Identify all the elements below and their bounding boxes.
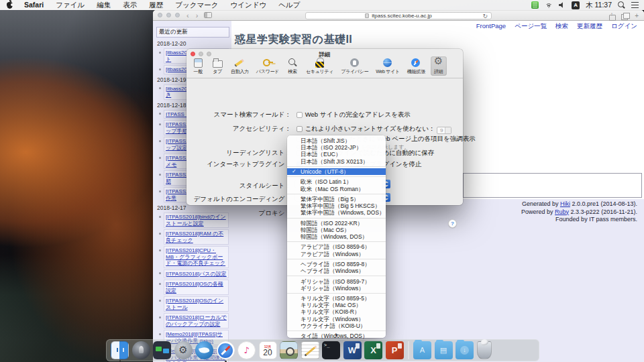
prefs-tab-autofill[interactable]: 自動入力 — [229, 56, 251, 76]
volume-icon[interactable] — [559, 2, 566, 9]
dock-folder-applications[interactable]: A — [413, 341, 431, 359]
enc-separator[interactable] — [287, 218, 386, 219]
enc-separator[interactable] — [287, 176, 386, 177]
sidebar-entry[interactable]: [ITPASS2018]CPU・MB・グラフィックボード・電源の不良チェック — [164, 246, 229, 268]
apple-menu-icon[interactable] — [7, 2, 13, 9]
enc-option[interactable]: 日本語（EUC） — [287, 151, 386, 158]
enc-option[interactable]: アラビア語（ISO 8859-6） — [287, 243, 386, 250]
enc-option[interactable]: 韓国語（Mac OS） — [287, 227, 386, 233]
wifi-icon[interactable] — [545, 2, 553, 8]
prefs-tab-privacy[interactable]: プライバシー — [339, 56, 370, 76]
nav-frontpage[interactable]: FrontPage — [476, 22, 506, 31]
enc-separator[interactable] — [287, 276, 386, 276]
enc-option[interactable]: 繁体字中国語（Big 5） — [287, 196, 386, 202]
dock-trash[interactable] — [477, 341, 492, 359]
dock-separator[interactable] — [408, 341, 409, 359]
enc-option[interactable]: キリル文字（Mac OS） — [287, 302, 386, 308]
sidebar-entry[interactable]: [ITPASS2018]バスの設定 — [164, 269, 229, 279]
enc-option[interactable]: ウクライナ語（KOI8-U） — [287, 322, 386, 329]
menu-view[interactable]: 表示 — [117, 1, 143, 9]
dock-folder-downloads[interactable]: ↓ — [455, 341, 474, 359]
dock-calendar[interactable]: 12月 20 — [259, 341, 277, 359]
prefs-tab-tabs[interactable]: タブ — [209, 56, 225, 76]
enc-option[interactable]: アラビア語（Windows） — [287, 251, 386, 257]
sidebar-entry[interactable]: [ITPASS2018]OSのインストール — [164, 296, 229, 312]
enc-separator[interactable] — [287, 194, 386, 194]
input-source-icon[interactable]: A — [572, 1, 580, 9]
enc-option[interactable]: キリル文字（Windows） — [287, 316, 386, 322]
sidebar-toggle-icon[interactable] — [204, 12, 212, 18]
prefs-tab-extensions[interactable]: 機能拡張 — [405, 56, 427, 76]
enc-option[interactable]: 韓国語（ISO 2022-KR） — [287, 220, 386, 227]
enc-option[interactable]: 欧米（ISO Latin 1） — [287, 178, 386, 185]
prefs-tab-general[interactable]: 一般 — [190, 56, 206, 76]
prefs-tab-websites[interactable]: Web サイト — [374, 56, 402, 76]
notification-center-icon[interactable] — [631, 2, 639, 8]
ruby-link[interactable]: Ruby — [555, 208, 569, 215]
minimize-button[interactable] — [166, 13, 171, 17]
enc-separator[interactable] — [287, 166, 386, 167]
enc-option[interactable]: ギリシャ語（Windows） — [287, 285, 386, 292]
tab-overview-icon[interactable] — [621, 13, 629, 19]
spotlight-icon[interactable] — [618, 1, 625, 9]
dock-thunderbird[interactable] — [195, 341, 213, 359]
dock-itunes[interactable]: ♪ — [237, 341, 256, 359]
enc-option[interactable]: 繁体字中国語（Windows, DOS） — [287, 209, 386, 216]
enc-separator[interactable] — [287, 259, 386, 259]
forward-button[interactable]: › — [196, 12, 199, 19]
menu-file[interactable]: ファイル — [50, 1, 91, 9]
menu-help[interactable]: ヘルプ — [272, 1, 306, 9]
menu-safari[interactable]: Safari — [18, 1, 50, 9]
menu-window[interactable]: ウインドウ — [224, 1, 272, 9]
prefs-tab-search[interactable]: 検索 — [284, 56, 301, 76]
menu-history[interactable]: 履歴 — [143, 1, 169, 9]
help-button[interactable]: ? — [448, 219, 457, 228]
menu-edit[interactable]: 編集 — [91, 1, 117, 9]
enc-option[interactable]: ヘブライ語（ISO 8859-8） — [287, 261, 386, 267]
close-button[interactable] — [158, 13, 162, 17]
dock-mission-control[interactable] — [153, 341, 171, 359]
enc-option[interactable]: 韓国語（Windows, DOS） — [287, 233, 386, 240]
app-status-icon[interactable] — [531, 1, 539, 9]
enc-option[interactable]: ヘブライ語（Windows） — [287, 267, 386, 274]
nav-login[interactable]: ログイン — [611, 22, 637, 31]
enc-option[interactable]: 欧米（Mac OS Roman） — [287, 186, 386, 192]
nav-pagelist[interactable]: ページ一覧 — [515, 22, 547, 31]
zoom-button[interactable] — [175, 13, 180, 17]
scroll-down-arrow-icon[interactable]: ▼ — [287, 333, 386, 337]
show-full-address-checkbox[interactable] — [297, 112, 303, 118]
dock-textedit[interactable] — [301, 341, 319, 359]
url-field[interactable]: itpass.scitec.kobe-u.ac.jp ↻ — [305, 12, 492, 19]
menu-bookmarks[interactable]: ブックマーク — [169, 1, 224, 9]
reload-icon[interactable]: ↻ — [482, 13, 488, 19]
enc-option[interactable]: 日本語（Shift JIS X0213） — [287, 158, 386, 165]
new-tab-button[interactable]: + — [635, 12, 639, 19]
min-font-size-checkbox[interactable] — [297, 126, 303, 132]
sidebar-entry[interactable]: 2018-12-18 — [157, 102, 186, 109]
enc-separator[interactable] — [287, 241, 386, 242]
sidebar-entry[interactable]: 2018-12-17 — [157, 204, 186, 211]
sidebar-entry[interactable]: 2018-12-20 — [157, 40, 186, 47]
sidebar-entry[interactable]: [ITPASS2018]ローカルでのバックアップの設定 — [164, 313, 229, 328]
enc-option[interactable]: キリル文字（ISO 8859-5） — [287, 295, 386, 302]
enc-separator[interactable] — [287, 330, 386, 331]
enc-option[interactable]: 日本語（ISO 2022-JP） — [287, 144, 386, 151]
dock-finder[interactable] — [111, 341, 129, 359]
prefs-tab-advanced[interactable]: 詳細 — [431, 56, 447, 76]
dock-powerpoint[interactable]: P — [386, 341, 404, 359]
font-size-select[interactable]: 9 — [437, 127, 451, 134]
hiki-link[interactable]: Hiki — [560, 200, 570, 207]
dock-word[interactable]: W — [343, 341, 362, 359]
enc-option[interactable]: キリル文字（KOI8-R） — [287, 308, 386, 315]
dock-terminal[interactable]: >_ — [322, 341, 340, 359]
sidebar-entry[interactable]: [ITPASS2018]OSの各種設定 — [164, 280, 229, 295]
sidebar-entry[interactable]: [ITPASS2018]RAM の不良チェック — [164, 229, 229, 245]
dock-safari[interactable] — [217, 341, 235, 359]
nav-history[interactable]: 更新履歴 — [577, 22, 602, 31]
dock-preview[interactable] — [280, 341, 298, 359]
back-button[interactable]: ‹ — [186, 12, 189, 19]
enc-option[interactable]: 日本語（Shift JIS） — [287, 137, 386, 144]
prefs-tab-security[interactable]: セキュリティ — [304, 56, 335, 76]
enc-option[interactable]: 繁体字中国語（Big 5 HKSCS） — [287, 202, 386, 209]
enc-separator[interactable] — [287, 293, 386, 294]
